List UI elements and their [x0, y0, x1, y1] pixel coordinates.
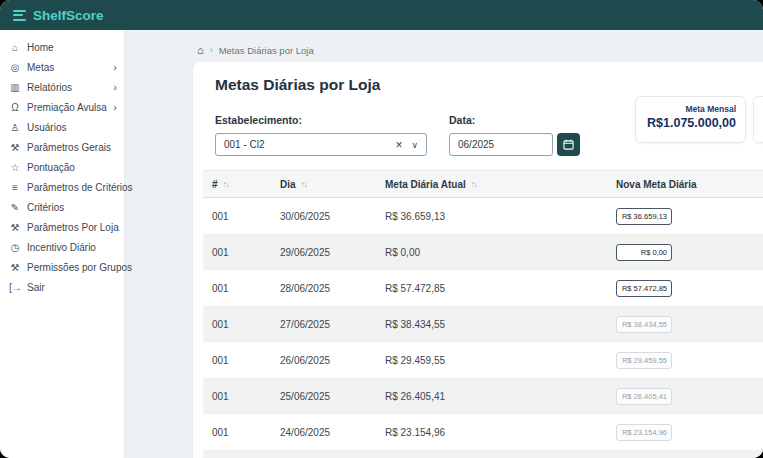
chevron-down-icon[interactable]: ∨ — [411, 140, 418, 150]
main-content: ⌂ › Metas Diárias por Loja Metas Diárias… — [124, 30, 763, 458]
sidebar-item-parametros-gerais[interactable]: ⚒Parâmetros Gerais — [0, 137, 124, 157]
sidebar-item-label: Permissões por Grupos — [27, 262, 132, 273]
nova-meta-input — [616, 352, 672, 369]
pencil-icon: ✎ — [9, 202, 21, 213]
star-icon: ☆ — [9, 162, 21, 173]
establishment-selected-value: 001 - Cl2 — [224, 139, 395, 150]
sort-icon[interactable]: ↑↓ — [301, 180, 307, 189]
clear-icon[interactable]: × — [395, 138, 402, 152]
chevron-right-icon: › — [210, 45, 213, 55]
home-icon: ⌂ — [9, 42, 21, 53]
nova-meta-input[interactable] — [616, 280, 672, 297]
table-header-row: #↑↓Dia↑↓Meta Diária Atual↑↓Nova Meta Diá… — [203, 170, 763, 198]
app-header: ShelfScore — [0, 0, 763, 30]
calendar-icon — [563, 139, 574, 150]
sort-icon[interactable]: ↑↓ — [471, 180, 477, 189]
column-header-4: Nova Meta Diária — [616, 179, 763, 190]
sidebar-item-label: Parâmetros de Critérios — [27, 182, 133, 193]
nova-meta-input[interactable] — [616, 208, 672, 225]
cell-id: 001 — [212, 355, 280, 366]
tools-icon: ⚒ — [9, 222, 21, 233]
sidebar-item-sair[interactable]: [→Sair — [0, 277, 124, 297]
home-icon[interactable]: ⌂ — [197, 44, 204, 56]
nova-meta-input[interactable] — [616, 244, 672, 261]
meta-mensal-label: Meta Mensal — [645, 104, 736, 114]
cell-id: 001 — [212, 283, 280, 294]
nova-meta-input — [616, 388, 672, 405]
column-header-1[interactable]: #↑↓ — [212, 179, 280, 190]
page-title: Metas Diárias por Loja — [215, 76, 763, 94]
cell-meta_atual: R$ 23.154,96 — [385, 427, 616, 438]
sliders-icon: ≡ — [9, 182, 21, 193]
target-icon: ◎ — [9, 62, 21, 73]
sidebar-item-label: Parâmetros Por Loja — [27, 222, 119, 233]
cell-id: 001 — [212, 427, 280, 438]
cell-id: 001 — [212, 319, 280, 330]
cell-dia: 25/06/2025 — [280, 391, 385, 402]
partial-summary-card: R — [753, 96, 763, 143]
cell-meta_atual: R$ 26.405,41 — [385, 391, 616, 402]
app-logo[interactable]: ShelfScore — [13, 8, 104, 23]
establishment-select[interactable]: 001 - Cl2 × ∨ — [215, 133, 427, 156]
sidebar-item-label: Sair — [27, 282, 45, 293]
sidebar-item-parametros-de-criterios[interactable]: ≡Parâmetros de Critérios — [0, 177, 124, 197]
sidebar-item-relatorios[interactable]: ▥Relatórios› — [0, 77, 124, 97]
summary-cards: Meta Mensal R$1.075.000,00 R — [635, 96, 763, 143]
column-header-label: Meta Diária Atual — [385, 179, 466, 190]
date-input[interactable] — [449, 133, 553, 156]
calendar-button[interactable] — [557, 133, 580, 156]
app-title: ShelfScore — [33, 8, 104, 23]
award-icon: Ω — [9, 102, 21, 113]
establishment-filter: Estabelecimento: 001 - Cl2 × ∨ — [215, 114, 427, 156]
sidebar-item-home[interactable]: ⌂Home — [0, 37, 124, 57]
column-header-label: Nova Meta Diária — [616, 179, 697, 190]
table-row: 00123/06/2025R$ 30.664,73 — [203, 450, 763, 458]
sidebar-item-label: Premiação Avulsa — [27, 102, 107, 113]
cell-dia: 27/06/2025 — [280, 319, 385, 330]
user-icon: ♙ — [9, 122, 21, 133]
table-row: 00124/06/2025R$ 23.154,96 — [203, 414, 763, 450]
cell-dia: 29/06/2025 — [280, 247, 385, 258]
app-window: ShelfScore ⌂Home◎Metas›▥Relatórios›ΩPrem… — [0, 0, 763, 458]
cell-meta_atual: R$ 57.472,85 — [385, 283, 616, 294]
cell-meta_atual: R$ 36.659,13 — [385, 211, 616, 222]
breadcrumb-current: Metas Diárias por Loja — [219, 45, 314, 56]
table-row: 00125/06/2025R$ 26.405,41 — [203, 378, 763, 414]
cell-dia: 30/06/2025 — [280, 211, 385, 222]
sidebar-item-label: Pontuação — [27, 162, 75, 173]
sidebar-item-label: Usuários — [27, 122, 66, 133]
sidebar-item-criterios[interactable]: ✎Critérios — [0, 197, 124, 217]
meta-mensal-value: R$1.075.000,00 — [645, 116, 736, 130]
cell-dia: 24/06/2025 — [280, 427, 385, 438]
sidebar-item-premiacao-avulsa[interactable]: ΩPremiação Avulsa› — [0, 97, 124, 117]
tools-icon: ⚒ — [9, 262, 21, 273]
table-row: 00129/06/2025R$ 0,00 — [203, 234, 763, 270]
sort-icon[interactable]: ↑↓ — [223, 180, 229, 189]
sidebar-item-label: Incentivo Diário — [27, 242, 96, 253]
table-row: 00130/06/2025R$ 36.659,13 — [203, 198, 763, 234]
content-card: Metas Diárias por Loja Estabelecimento: … — [193, 62, 763, 458]
table-row: 00127/06/2025R$ 38.434,55 — [203, 306, 763, 342]
cell-id: 001 — [212, 247, 280, 258]
cell-id: 001 — [212, 391, 280, 402]
column-header-3[interactable]: Meta Diária Atual↑↓ — [385, 179, 616, 190]
sidebar-item-label: Parâmetros Gerais — [27, 142, 111, 153]
cell-dia: 26/06/2025 — [280, 355, 385, 366]
chevron-right-icon: › — [113, 62, 117, 73]
sidebar-item-pontuacao[interactable]: ☆Pontuação — [0, 157, 124, 177]
cell-meta_atual: R$ 29.459,55 — [385, 355, 616, 366]
date-filter: Data: — [449, 114, 580, 156]
meta-mensal-card: Meta Mensal R$1.075.000,00 — [635, 96, 746, 143]
column-header-label: Dia — [280, 179, 296, 190]
sidebar-item-incentivo-diario[interactable]: ◷Incentivo Diário — [0, 237, 124, 257]
sidebar-item-metas[interactable]: ◎Metas› — [0, 57, 124, 77]
sidebar-item-usuarios[interactable]: ♙Usuários — [0, 117, 124, 137]
sidebar-item-label: Relatórios — [27, 82, 72, 93]
menu-toggle-icon[interactable] — [13, 10, 26, 21]
sidebar-item-permissoes-por-grupos[interactable]: ⚒Permissões por Grupos — [0, 257, 124, 277]
column-header-2[interactable]: Dia↑↓ — [280, 179, 385, 190]
table-row: 00126/06/2025R$ 29.459,55 — [203, 342, 763, 378]
chevron-right-icon: › — [113, 82, 117, 93]
sidebar-item-parametros-por-loja[interactable]: ⚒Parâmetros Por Loja — [0, 217, 124, 237]
nova-meta-input — [616, 424, 672, 441]
